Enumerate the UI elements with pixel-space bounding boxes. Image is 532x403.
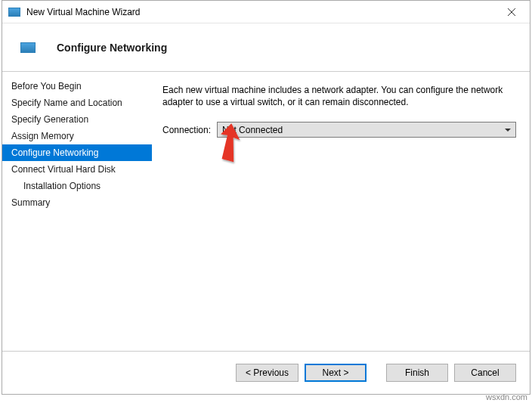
finish-button[interactable]: Finish [386,364,448,382]
connection-dropdown[interactable]: Not Connected [217,122,516,138]
step-connect-vhd[interactable]: Connect Virtual Hard Disk [2,161,152,178]
step-before-you-begin[interactable]: Before You Begin [2,78,152,95]
step-configure-networking[interactable]: Configure Networking [2,144,152,161]
wizard-window: New Virtual Machine Wizard Configure Net… [2,0,530,395]
connection-label: Connection: [162,125,211,135]
titlebar: New Virtual Machine Wizard [2,1,530,23]
cancel-button[interactable]: Cancel [454,364,516,382]
step-specify-name[interactable]: Specify Name and Location [2,95,152,111]
wizard-icon [20,42,36,53]
wizard-steps: Before You Begin Specify Name and Locati… [2,72,152,351]
close-button[interactable] [496,2,527,23]
close-icon [508,8,515,16]
step-specify-generation[interactable]: Specify Generation [2,111,152,128]
wizard-body: Before You Begin Specify Name and Locati… [2,72,530,352]
app-icon [8,8,20,17]
watermark-text: wsxdn.com [486,392,527,401]
chevron-down-icon [505,129,511,132]
wizard-header: Configure Networking [2,23,530,72]
page-title: Configure Networking [57,42,167,54]
wizard-content: Each new virtual machine includes a netw… [152,72,530,351]
next-button[interactable]: Next > [305,364,367,382]
window-title: New Virtual Machine Wizard [26,7,496,17]
step-summary[interactable]: Summary [2,194,152,211]
connection-row: Connection: Not Connected [162,122,516,138]
description-text: Each new virtual machine includes a netw… [162,84,516,108]
step-installation-options[interactable]: Installation Options [2,178,152,194]
wizard-footer: < Previous Next > Finish Cancel [2,352,530,394]
connection-value: Not Connected [222,125,283,135]
previous-button[interactable]: < Previous [236,364,298,382]
step-assign-memory[interactable]: Assign Memory [2,128,152,144]
